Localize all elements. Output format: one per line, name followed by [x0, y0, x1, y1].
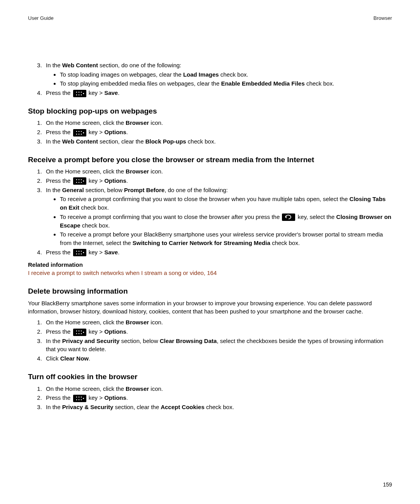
step-1: On the Home screen, click the Browser ic…	[44, 318, 392, 327]
heading-receive-prompt: Receive a prompt before you close the br…	[28, 154, 392, 165]
menu-key-icon	[73, 249, 86, 256]
step-2: Press the key > Options.	[44, 327, 392, 336]
step-2: Press the key > Options.	[44, 177, 392, 185]
page-header: User Guide Browser	[28, 15, 392, 22]
stop-popups-steps: On the Home screen, click the Browser ic…	[28, 119, 392, 145]
delete-browsing-steps: On the Home screen, click the Browser ic…	[28, 318, 392, 363]
menu-key-icon	[73, 177, 86, 185]
step-3-bullets: To stop loading images on webpages, clea…	[46, 70, 392, 88]
escape-key-icon	[282, 214, 295, 221]
step-1: On the Home screen, click the Browser ic…	[44, 385, 392, 393]
turn-off-cookies-steps: On the Home screen, click the Browser ic…	[28, 385, 392, 411]
step-4: Press the key > Save.	[44, 89, 392, 97]
step-1: On the Home screen, click the Browser ic…	[44, 119, 392, 127]
page-number: 159	[383, 481, 392, 488]
web-content-steps-continued: In the Web Content section, do one of th…	[28, 61, 392, 97]
page: User Guide Browser In the Web Content se…	[0, 0, 420, 504]
prompt-bullets: To receive a prompt confirming that you …	[46, 195, 392, 247]
step-3: In the Privacy & Security section, clear…	[44, 403, 392, 411]
menu-key-icon	[73, 90, 86, 97]
bullet-embedded-media: To stop playing embedded media files on …	[60, 79, 392, 88]
step-4: Press the key > Save.	[44, 248, 392, 257]
step-1: On the Home screen, click the Browser ic…	[44, 167, 392, 176]
bullet-load-images: To stop loading images on webpages, clea…	[60, 70, 392, 79]
heading-turn-off-cookies: Turn off cookies in the browser	[28, 371, 392, 382]
delete-browsing-para: Your BlackBerry smartphone saves some in…	[28, 299, 392, 316]
header-left: User Guide	[28, 15, 54, 22]
related-info-link[interactable]: I receive a prompt to switch networks wh…	[28, 269, 392, 277]
bullet-closing-tabs: To receive a prompt confirming that you …	[60, 195, 392, 212]
heading-stop-popups: Stop blocking pop-ups on webpages	[28, 106, 392, 117]
receive-prompt-steps: On the Home screen, click the Browser ic…	[28, 167, 392, 257]
heading-delete-browsing: Delete browsing information	[28, 286, 392, 297]
step-4: Click Clear Now.	[44, 354, 392, 363]
header-right: Browser	[373, 15, 392, 22]
related-info-heading: Related information	[28, 261, 392, 269]
menu-key-icon	[73, 129, 86, 136]
step-2: Press the key > Options.	[44, 128, 392, 136]
step-3: In the Web Content section, clear the Bl…	[44, 137, 392, 146]
step-2: Press the key > Options.	[44, 394, 392, 402]
step-3: In the Privacy and Security section, bel…	[44, 337, 392, 354]
step-3: In the General section, below Prompt Bef…	[44, 186, 392, 247]
menu-key-icon	[73, 395, 86, 402]
menu-key-icon	[73, 329, 86, 336]
bullet-switch-carrier: To receive a prompt before your BlackBer…	[60, 230, 392, 247]
bullet-closing-escape: To receive a prompt confirming that you …	[60, 213, 392, 230]
step-3: In the Web Content section, do one of th…	[44, 61, 392, 88]
